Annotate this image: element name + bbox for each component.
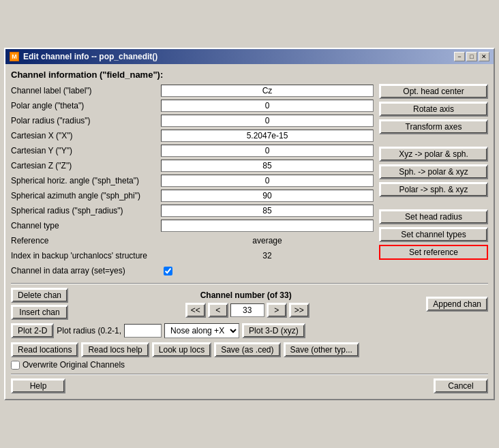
left-panel: Channel label ("label") Polar angle ("th… [11,84,374,279]
x-field-label: Cartesian X ("X") [11,131,161,140]
sph-radius-input[interactable] [161,205,374,217]
field-row-in-data: Channel in data array (set=yes) [11,264,374,278]
prev-channel-button[interactable]: < [208,303,228,318]
field-row-sph-radius: Spherical radius ("sph_radius") [11,204,374,218]
title-bar: M Edit channel info -- pop_chanedit() − … [5,49,494,64]
field-row-sph-theta: Spherical horiz. angle ("sph_theta") [11,174,374,188]
next-channel-button[interactable]: > [267,303,287,318]
set-channel-types-button[interactable]: Set channel types [379,227,488,242]
reference-value: average [161,236,374,245]
right-panel: Opt. head center Rotate axis Transform a… [379,84,488,279]
set-head-radius-button[interactable]: Set head radius [379,209,488,224]
theta-field-label: Polar angle ("theta") [11,101,161,110]
z-field-label: Cartesian Z ("Z") [11,161,161,170]
insert-chan-button[interactable]: Insert chan [11,305,68,320]
plot-row: Plot 2-D Plot radius (0.2-1, Nose along … [11,323,488,338]
delete-chan-button[interactable]: Delete chan [11,288,68,303]
field-row-radius: Polar radius ("radius") [11,114,374,128]
window-title: Edit channel info -- pop_chanedit() [23,52,157,61]
x-field-input[interactable] [161,130,374,142]
field-row-reference: Reference average [11,234,374,248]
minimize-button[interactable]: − [454,52,465,61]
save-ced-button[interactable]: Save (as .ced) [214,342,280,357]
in-data-checkbox[interactable] [164,267,172,275]
rotate-axis-button[interactable]: Rotate axis [379,102,488,117]
read-locs-help-button[interactable]: Read locs help [81,342,149,357]
overwrite-row: Overwrite Original Channels [11,360,488,370]
window-icon: M [10,52,19,61]
last-channel-button[interactable]: >> [289,303,309,318]
plot-radius-input[interactable] [124,324,162,338]
chan-type-label: Channel type [11,221,161,230]
theta-field-input[interactable] [161,100,374,112]
channel-number-label: Channel number (of 33) [200,290,292,300]
help-button[interactable]: Help [11,378,65,393]
chan-type-input[interactable] [161,220,374,232]
field-row-chan-type: Channel type [11,219,374,233]
look-up-locs-button[interactable]: Look up locs [152,342,211,357]
sph-theta-input[interactable] [161,175,374,187]
radius-field-input[interactable] [161,115,374,127]
opt-head-center-button[interactable]: Opt. head center [379,84,488,99]
overwrite-label: Overwrite Original Channels [22,360,125,370]
title-controls: − □ ✕ [454,52,489,61]
field-row-label: Channel label ("label") [11,84,374,98]
nose-direction-dropdown[interactable]: Nose along +X Nose along +Y Nose along -… [164,323,239,338]
field-row-y: Cartesian Y ("Y") [11,144,374,158]
append-chan-button[interactable]: Append chan [426,297,488,312]
in-data-label: Channel in data array (set=yes) [11,266,161,275]
index-label: Index in backup 'urchanlocs' structure [11,251,161,260]
index-value: 32 [161,251,374,260]
label-field-label: Channel label ("label") [11,86,161,95]
overwrite-checkbox[interactable] [11,361,20,370]
save-other-button[interactable]: Save (other typ... [284,342,359,357]
divider-2 [11,374,488,374]
close-button[interactable]: ✕ [479,52,489,61]
field-row-index: Index in backup 'urchanlocs' structure 3… [11,249,374,263]
action-row: Read locations Read locs help Look up lo… [11,342,488,357]
sph-radius-label: Spherical radius ("sph_radius") [11,206,161,215]
cancel-button[interactable]: Cancel [434,378,488,393]
main-window: M Edit channel info -- pop_chanedit() − … [4,48,495,400]
polar-sph-button[interactable]: Polar -> sph. & xyz [379,182,488,197]
field-row-sph-phi: Spherical azimuth angle ("sph_phi") [11,189,374,203]
plot-radius-label: Plot radius (0.2-1, [57,326,121,335]
final-row: Help Cancel [11,378,488,393]
bottom-section: Delete chan Insert chan Channel number (… [11,288,488,393]
y-field-input[interactable] [161,145,374,157]
field-row-theta: Polar angle ("theta") [11,99,374,113]
first-channel-button[interactable]: << [185,303,206,318]
label-field-input[interactable] [161,85,374,97]
maximize-button[interactable]: □ [466,52,477,61]
divider-1 [11,283,488,284]
content-area: Channel information ("field_name"): Chan… [5,64,494,399]
reference-label: Reference [11,236,161,245]
section-title: Channel information ("field_name"): [11,70,488,80]
y-field-label: Cartesian Y ("Y") [11,146,161,155]
plot-2d-button[interactable]: Plot 2-D [11,323,54,338]
z-field-input[interactable] [161,160,374,172]
field-row-z: Cartesian Z ("Z") [11,159,374,173]
read-locations-button[interactable]: Read locations [11,342,78,357]
set-reference-button[interactable]: Set reference [379,245,488,260]
sph-phi-label: Spherical azimuth angle ("sph_phi") [11,191,161,200]
plot-3d-button[interactable]: Plot 3-D (xyz) [242,323,305,338]
xyz-polar-button[interactable]: Xyz -> polar & sph. [379,147,488,162]
sph-phi-input[interactable] [161,190,374,202]
sph-polar-button[interactable]: Sph. -> polar & xyz [379,164,488,179]
main-area: Channel label ("label") Polar angle ("th… [11,84,488,279]
channel-number-input[interactable] [230,303,264,317]
field-row-x: Cartesian X ("X") [11,129,374,143]
transform-axes-button[interactable]: Transform axes [379,119,488,134]
sph-theta-label: Spherical horiz. angle ("sph_theta") [11,176,161,185]
radius-field-label: Polar radius ("radius") [11,116,161,125]
